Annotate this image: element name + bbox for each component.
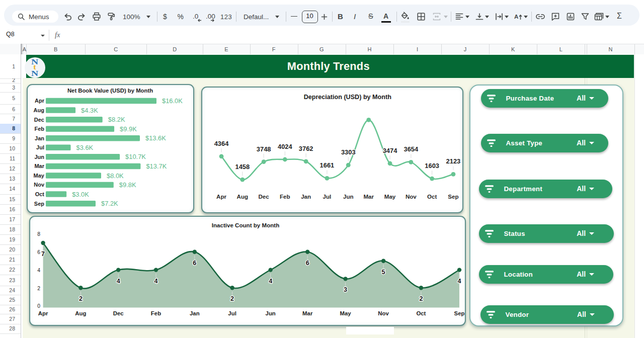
svg-text:4024: 4024 [278,143,293,150]
svg-text:Dec: Dec [113,310,124,316]
svg-text:Aug: Aug [236,193,248,199]
svg-text:A: A [514,14,518,20]
svg-text:$7.2K: $7.2K [101,200,118,207]
svg-text:0: 0 [37,303,40,308]
svg-text:4364: 4364 [214,139,229,147]
svg-text:Mar: Mar [34,163,44,169]
svg-text:3474: 3474 [382,146,397,154]
svg-text:Oct: Oct [427,193,436,199]
svg-text:4: 4 [37,267,40,273]
svg-text:Dec: Dec [258,193,269,199]
svg-text:4: 4 [117,277,120,284]
svg-text:6: 6 [193,259,196,266]
svg-text:Sep: Sep [34,201,44,207]
svg-text:Jan: Jan [190,310,200,316]
svg-text:4: 4 [269,277,272,284]
svg-text:Depreciation (USD) by Month: Depreciation (USD) by Month [303,94,391,101]
svg-text:Dec: Dec [34,117,44,123]
svg-text:Jun: Jun [343,193,353,199]
svg-text:Jan: Jan [35,135,44,141]
svg-text:Net Book Value (USD) by Month: Net Book Value (USD) by Month [67,88,153,94]
svg-text:$8.2K: $8.2K [108,116,125,123]
svg-text:$8.0K: $8.0K [107,172,124,180]
svg-text:Jan: Jan [301,193,311,199]
svg-text:3654: 3654 [404,145,419,153]
svg-text:$3.0K: $3.0K [72,191,89,198]
svg-text:Nov: Nov [405,193,416,199]
svg-text:Mar: Mar [302,310,313,316]
svg-text:5: 5 [382,268,385,275]
svg-text:Nov: Nov [34,182,45,188]
svg-text:1458: 1458 [235,163,250,171]
svg-text:Apr: Apr [38,310,48,316]
svg-text:7: 7 [41,250,45,258]
svg-text:Oct: Oct [416,310,426,316]
svg-text:May: May [34,173,45,179]
svg-text:1603: 1603 [425,162,439,170]
svg-text:3: 3 [344,286,347,293]
svg-text:$13.7K: $13.7K [146,162,167,170]
svg-text:May: May [340,310,352,316]
svg-text:Apr: Apr [35,98,45,104]
svg-text:Feb: Feb [280,193,290,199]
svg-text:4: 4 [154,277,157,284]
svg-text:6: 6 [37,249,40,255]
svg-text:Jul: Jul [323,193,331,199]
svg-text:2: 2 [230,295,234,302]
svg-text:Feb: Feb [34,126,44,132]
svg-text:2123: 2123 [446,157,460,165]
svg-text:$9.9K: $9.9K [120,125,137,133]
svg-text:$9.8K: $9.8K [119,181,136,189]
svg-text:3762: 3762 [298,144,313,152]
svg-text:May: May [384,193,395,199]
svg-text:4: 4 [457,277,461,284]
svg-text:Sep: Sep [454,310,465,316]
svg-text:Oct: Oct [35,191,45,197]
svg-text:1661: 1661 [319,161,334,169]
svg-text:Sep: Sep [448,193,458,199]
svg-text:$13.6K: $13.6K [145,134,166,142]
svg-text:3303: 3303 [341,148,355,156]
svg-text:Inactive Count by Month: Inactive Count by Month [212,222,280,228]
svg-text:Jun: Jun [266,310,276,316]
svg-text:$4.3K: $4.3K [81,107,98,114]
svg-text:Nov: Nov [378,310,389,316]
svg-text:$16.0K: $16.0K [162,97,183,105]
svg-text:Aug: Aug [75,310,86,316]
svg-text:Jul: Jul [36,144,44,150]
svg-text:Jul: Jul [228,310,236,316]
svg-text:Feb: Feb [151,310,161,316]
svg-text:2: 2 [37,285,40,291]
svg-text:2: 2 [79,295,83,302]
svg-text:Mar: Mar [363,193,374,199]
svg-text:3748: 3748 [256,145,271,152]
svg-text:$3.6K: $3.6K [76,144,94,151]
svg-text:2: 2 [419,295,423,302]
svg-text:Aug: Aug [34,107,44,113]
svg-text:Apr: Apr [216,193,226,199]
svg-text:8: 8 [37,231,40,236]
svg-text:Jun: Jun [34,154,44,160]
svg-text:6: 6 [306,259,309,266]
svg-text:$10.7K: $10.7K [125,153,146,160]
